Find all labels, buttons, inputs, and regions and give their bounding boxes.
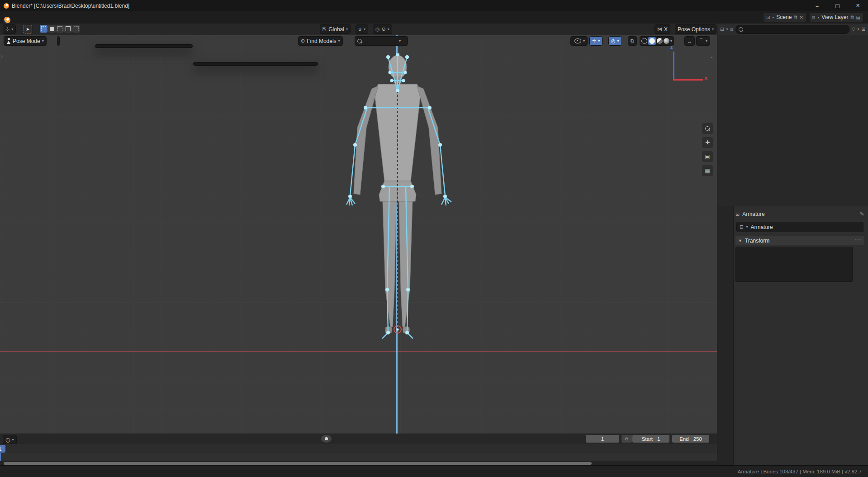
new-view-layer-icon[interactable]: ⧉ [850, 14, 854, 20]
object-name-field[interactable]: ⊡ ▾ Armature [736, 222, 863, 232]
proportional-editing-dropdown[interactable]: ◎ ⊙ ▾ [373, 24, 392, 34]
top-bar: ⊡ ▾ Scene ⧉ ✕ ⧈ ▾ View Layer ⧉ ▤ [0, 11, 868, 24]
mirror-x-label: X [664, 26, 668, 33]
shading-options-button[interactable]: ↔ [684, 36, 695, 46]
status-bar: Armature | Bones:103/437 | Mem: 189.0 Mi… [0, 465, 868, 477]
snap-dropdown[interactable]: ∪ ▾ [356, 24, 368, 34]
shading-dropdown[interactable]: ⌒ ▾ [696, 36, 710, 46]
view-layer-selector[interactable]: ⧈ ▾ View Layer ⧉ ▤ [809, 12, 863, 22]
scrollbar-thumb[interactable] [4, 462, 592, 465]
sidebar-collapse-arrow[interactable]: ‹ [711, 54, 713, 60]
viewport-3d[interactable]: Pose Mode ▾ ⊕ Find Models ▾ ▾ ▾ ✛ ▾ [0, 35, 717, 434]
blender-logo-icon [4, 3, 9, 9]
delete-scene-icon[interactable]: ✕ [799, 15, 803, 20]
pose-mode-icon [6, 38, 11, 44]
minimize-button[interactable]: – [807, 0, 827, 11]
arrows-lr-icon: ↔ [687, 38, 692, 44]
select-intersect-tool-button[interactable] [72, 25, 80, 33]
search-input[interactable] [364, 38, 397, 45]
toolbar-expand-arrow[interactable]: › [1, 53, 3, 59]
right-panel: ⊟ ▾ ⧈ ▽ ▾ ⊞ ⊡ Armature ✎ ⊡ ▾ [717, 24, 868, 465]
timeline-editor-type[interactable]: ◷ ▾ [3, 435, 17, 444]
window-title: Blender* [C:\Users\Brad\Desktop\untitled… [12, 3, 129, 9]
editor-type-icon[interactable]: ⊟ [720, 27, 724, 32]
outliner-tree [717, 35, 868, 206]
status-info: Armature | Bones:103/437 | Mem: 189.0 Mi… [738, 469, 862, 474]
select-box-tool-button[interactable] [40, 25, 47, 33]
find-models-dropdown[interactable]: ⊕ Find Models ▾ [298, 36, 343, 46]
editor-type-selector[interactable]: ⊹ ▾ [3, 24, 16, 34]
rendered-shading-icon[interactable] [664, 38, 669, 44]
chevron-down-icon: ▾ [726, 27, 728, 31]
z-axis-label: z [670, 44, 673, 50]
pose-options-dropdown[interactable]: Pose Options ▾ [675, 24, 716, 34]
chevron-down-icon: ▾ [42, 39, 44, 43]
search-icon [739, 27, 743, 32]
transform-orientation-dropdown[interactable]: ⇱ Global ▾ [320, 24, 351, 34]
auto-keyframe-clock-icon[interactable]: ◷ [621, 435, 632, 443]
timeline-track[interactable] [0, 453, 717, 461]
select-subtract-tool-button[interactable] [56, 25, 64, 33]
properties-tab-strip [717, 206, 734, 465]
record-button[interactable] [321, 435, 332, 443]
transform-panel-header[interactable]: ▼ Transform :::: [735, 236, 864, 245]
blender-window: Blender* [C:\Users\Brad\Desktop\untitled… [0, 0, 868, 477]
current-frame-field[interactable]: 1 [586, 435, 619, 443]
start-frame-field[interactable]: Start 1 [632, 435, 669, 443]
filter-icon[interactable]: ▽ [852, 27, 855, 32]
overlays-toggle-dropdown[interactable]: ◎ ▾ [608, 36, 622, 46]
wireframe-shading-icon[interactable] [641, 38, 647, 44]
maximize-button[interactable]: ▢ [827, 0, 848, 11]
select-difference-tool-button[interactable] [64, 25, 72, 33]
chevron-down-icon: ▾ [346, 27, 348, 31]
material-shading-icon[interactable] [657, 38, 663, 44]
globe-icon: ⊕ [301, 38, 305, 44]
select-extend-icon [50, 27, 54, 31]
chevron-down-icon: ▾ [364, 27, 365, 31]
chevron-down-icon: ▼ [738, 238, 742, 243]
character-model[interactable] [330, 53, 466, 425]
active-tool-tweak-button[interactable]: ➤ [24, 25, 32, 33]
outliner-search-input[interactable] [745, 26, 846, 33]
chevron-down-icon: ▾ [746, 225, 748, 229]
select-extend-tool-button[interactable] [48, 25, 56, 33]
model-search-field[interactable]: ▾ [355, 36, 408, 46]
curve-icon: ⌒ [699, 38, 704, 44]
move-view-button[interactable]: ✚ [702, 137, 713, 148]
chevron-down-icon: ▾ [598, 39, 600, 43]
blender-logo-icon[interactable] [4, 17, 10, 24]
display-mode-icon[interactable]: ⧈ [730, 27, 733, 32]
camera-view-button[interactable]: ▣ [702, 151, 713, 162]
object-visibility-dropdown[interactable]: ▾ [570, 36, 588, 46]
end-value: 250 [693, 436, 702, 442]
select-intersect-icon [74, 26, 79, 31]
object-icon: ⊡ [735, 211, 740, 217]
new-scene-icon[interactable]: ⧉ [794, 14, 797, 20]
color-rules-list[interactable] [735, 247, 853, 282]
toggle-grid-button[interactable]: ▦ [702, 165, 713, 176]
outliner-search-field[interactable] [735, 25, 849, 34]
xray-icon: ⧉ [631, 38, 634, 44]
gizmo-toggle-dropdown[interactable]: ✛ ▾ [589, 36, 602, 46]
playhead-badge[interactable]: 1 [0, 445, 5, 453]
pose-mirror-x-toggle[interactable]: ⋈ X [655, 24, 670, 34]
viewport-menus [57, 36, 60, 46]
chevron-down-icon: ▾ [706, 39, 707, 43]
eye-icon [574, 38, 581, 43]
new-collection-icon[interactable]: ⊞ [862, 27, 865, 32]
chevron-down-icon: ▾ [11, 27, 13, 31]
select-difference-icon [66, 26, 71, 31]
end-frame-field[interactable]: End 250 [672, 435, 709, 443]
xray-toggle-button[interactable]: ⧉ [628, 36, 637, 46]
scene-selector[interactable]: ⊡ ▾ Scene ⧉ ✕ [763, 12, 806, 22]
pin-icon[interactable]: ✎ [860, 211, 864, 217]
zoom-button[interactable] [702, 123, 713, 134]
solid-shading-active[interactable] [648, 37, 656, 45]
remove-view-layer-icon[interactable]: ▤ [856, 15, 860, 20]
close-button[interactable]: ✕ [848, 0, 868, 11]
chevron-down-icon: ▾ [617, 39, 619, 43]
mode-selector-dropdown[interactable]: Pose Mode ▾ [4, 36, 47, 46]
chevron-down-icon: ▾ [670, 39, 672, 43]
chevron-down-icon: ▾ [583, 39, 585, 43]
timeline-ruler[interactable]: 1 [0, 444, 717, 453]
